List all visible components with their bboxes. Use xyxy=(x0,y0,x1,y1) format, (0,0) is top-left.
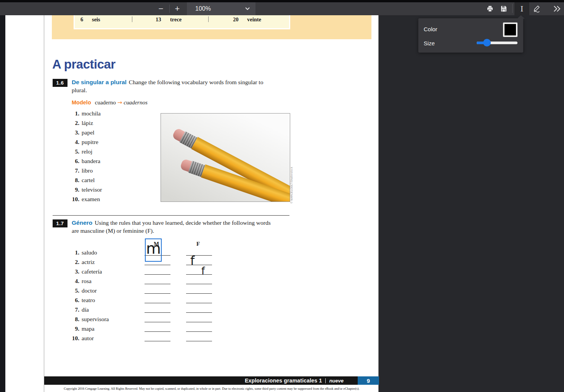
table-number: 6 xyxy=(80,16,83,23)
text-tool-settings-panel: Color Size xyxy=(418,18,523,53)
list-item: 2.actriz xyxy=(63,257,109,267)
item-word: saludo xyxy=(79,249,97,256)
item-number: 5. xyxy=(63,147,79,156)
answer-blank-feminine xyxy=(186,341,212,341)
list-item: 3.papel xyxy=(63,128,102,137)
answer-blank-feminine xyxy=(186,322,212,322)
column-header-feminine: F xyxy=(196,241,200,247)
list-item: 1.saludo xyxy=(63,248,109,257)
ebook-page: 6 seis 13 trece 20 veinte A practicar 1.… xyxy=(44,15,379,392)
exercise-instructions-line1: Change the following vocabulary words fr… xyxy=(129,79,264,85)
item-number: 10. xyxy=(63,333,79,343)
save-button[interactable] xyxy=(497,2,510,15)
answer-blank-masculine xyxy=(145,312,170,313)
item-word: bandera xyxy=(79,158,100,164)
exercise-instructions-line2: plural. xyxy=(72,87,87,93)
answer-blank-feminine xyxy=(186,284,212,284)
text-annotation[interactable]: m xyxy=(146,241,161,256)
copyright-notice: Copyright 2016 Cengage Learning. All Rig… xyxy=(44,387,379,390)
item-number: 1. xyxy=(63,109,79,118)
item-number: 5. xyxy=(63,286,79,295)
item-word: autor xyxy=(79,335,94,341)
list-item: 5.doctor xyxy=(63,286,109,295)
item-word: cartel xyxy=(79,177,95,183)
item-number: 2. xyxy=(63,118,79,128)
double-chevron-right-icon xyxy=(553,5,562,12)
floppy-disk-icon xyxy=(500,5,507,12)
list-item: 10.examen xyxy=(63,194,102,204)
exercise-number-badge: 1.6 xyxy=(53,79,67,87)
text-annotation[interactable]: f xyxy=(201,266,205,276)
toolbar-divider xyxy=(169,5,170,13)
list-item: 6.bandera xyxy=(63,156,102,166)
zoom-out-button[interactable]: − xyxy=(154,2,167,15)
table-word: veinte xyxy=(247,16,261,23)
table-column-divider xyxy=(132,16,132,22)
list-item: 7.libro xyxy=(63,166,102,175)
more-tools-button[interactable] xyxy=(551,2,564,15)
print-button[interactable] xyxy=(484,2,497,15)
zoom-level-dropdown[interactable]: 100% xyxy=(187,2,255,15)
exercise-17-list: 1.saludo2.actriz3.cafetería4.rosa5.docto… xyxy=(63,248,109,343)
exercise-16-list: 1.mochila2.lápiz3.papel4.pupitre5.reloj6… xyxy=(63,109,102,204)
item-number: 7. xyxy=(63,305,79,314)
list-item: 9.mapa xyxy=(63,324,109,333)
text-annotation-tool-button[interactable]: I xyxy=(514,2,529,15)
exercise-instructions-line2: are masculine (M) or feminine (F). xyxy=(72,227,154,234)
text-annotation[interactable]: f xyxy=(190,254,194,267)
list-item: 3.cafetería xyxy=(63,267,109,276)
item-number: 8. xyxy=(63,314,79,324)
modelo-to: cuadernos xyxy=(124,99,148,106)
zoom-in-button[interactable]: + xyxy=(171,2,184,15)
answer-blank-masculine xyxy=(145,293,170,294)
arrow-icon: → xyxy=(116,99,124,106)
exercise-instructions-line1: Using the rules that you have learned, d… xyxy=(95,219,270,226)
item-word: televisor xyxy=(79,186,102,193)
page-number-badge: 9 xyxy=(358,376,379,385)
item-number: 8. xyxy=(63,175,79,185)
pen-annotation-tool-button[interactable] xyxy=(530,2,543,15)
section-divider xyxy=(53,215,289,216)
table-number: 13 xyxy=(156,16,161,23)
item-word: teatro xyxy=(79,297,95,303)
numbers-table: 6 seis 13 trece 20 veinte xyxy=(74,15,290,29)
list-item: 6.teatro xyxy=(63,295,109,305)
list-item: 8.cartel xyxy=(63,175,102,185)
photo-credit: © MARCELODLT/Shutterstock xyxy=(290,154,293,203)
item-word: cafetería xyxy=(79,268,102,275)
table-number: 20 xyxy=(233,16,239,23)
slider-thumb[interactable] xyxy=(483,39,491,46)
section-heading: A practicar xyxy=(52,57,116,72)
item-number: 6. xyxy=(63,156,79,166)
item-number: 3. xyxy=(63,128,79,137)
answer-blank-masculine xyxy=(145,284,170,284)
exercise-16-intro: De singular a pluralChange the following… xyxy=(72,78,300,94)
item-number: 10. xyxy=(63,194,79,204)
pencils-photo xyxy=(161,113,290,202)
list-item: 8.supervisora xyxy=(63,314,109,324)
item-number: 9. xyxy=(63,185,79,194)
color-swatch[interactable] xyxy=(503,22,517,37)
item-word: lápiz xyxy=(79,120,93,126)
list-item: 7.día xyxy=(63,305,109,314)
size-slider[interactable] xyxy=(477,39,517,46)
left-gutter xyxy=(0,0,5,392)
item-word: pupitre xyxy=(79,139,98,145)
item-number: 4. xyxy=(63,276,79,286)
item-number: 4. xyxy=(63,137,79,147)
toolbar-divider xyxy=(512,4,513,13)
item-word: mochila xyxy=(79,110,101,117)
item-word: libro xyxy=(79,167,93,174)
previous-page-edge xyxy=(5,15,44,392)
item-number: 7. xyxy=(63,166,79,175)
answer-blank-feminine xyxy=(186,274,212,275)
item-word: papel xyxy=(79,129,95,136)
answer-blank-feminine xyxy=(186,303,212,303)
item-word: examen xyxy=(79,196,100,202)
answer-blank-masculine xyxy=(145,322,170,322)
book-title: Exploraciones gramaticales 1 xyxy=(245,378,322,384)
table-column-divider xyxy=(208,16,209,22)
top-toolbar: − + 100% I xyxy=(0,0,564,15)
panel-caret xyxy=(517,15,525,19)
list-item: 1.mochila xyxy=(63,109,102,118)
